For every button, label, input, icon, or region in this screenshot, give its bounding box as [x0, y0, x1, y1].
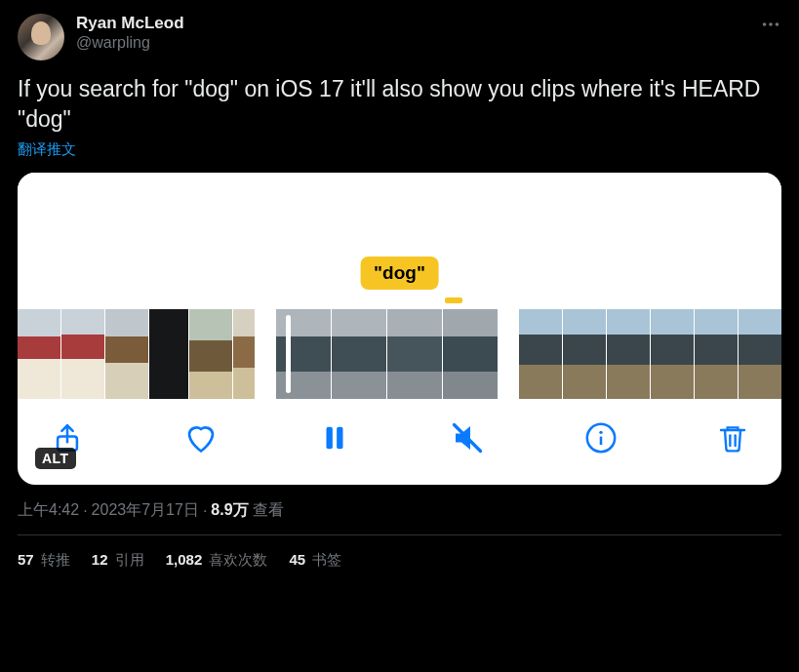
display-name[interactable]: Ryan McLeod: [76, 14, 184, 33]
likes-stat[interactable]: 1,082 喜欢次数: [166, 551, 268, 570]
alt-badge[interactable]: ALT: [35, 448, 76, 469]
more-options-button[interactable]: [760, 14, 781, 39]
media-top-area: "dog": [18, 173, 781, 309]
bookmarks-stat[interactable]: 45 书签: [289, 551, 341, 570]
svg-point-8: [599, 431, 602, 434]
media-card[interactable]: "dog": [18, 173, 781, 485]
quotes-stat[interactable]: 12 引用: [92, 551, 144, 570]
trash-icon[interactable]: [717, 422, 748, 454]
clip-frame: [18, 309, 60, 399]
stats-line: 57 转推 12 引用 1,082 喜欢次数 45 书签: [18, 535, 781, 570]
clip-frame: [61, 309, 104, 399]
translate-link[interactable]: 翻译推文: [18, 140, 76, 159]
clip-frame: [563, 309, 606, 399]
svg-point-2: [776, 22, 779, 26]
clip-frame: [739, 309, 781, 399]
post-time[interactable]: 上午4:42: [18, 500, 79, 521]
svg-point-0: [763, 22, 767, 26]
svg-rect-4: [326, 427, 332, 450]
clip-frame: [607, 309, 650, 399]
media-toolbar: [18, 399, 781, 485]
clip-frame: [443, 309, 498, 399]
clip-frame: [276, 309, 331, 399]
svg-point-1: [769, 22, 773, 26]
tweet-container: Ryan McLeod @warpling If you search for …: [0, 0, 799, 570]
clip-group[interactable]: [18, 309, 255, 399]
retweets-stat[interactable]: 57 转推: [18, 551, 70, 570]
avatar[interactable]: [18, 14, 64, 60]
mute-icon[interactable]: [450, 420, 485, 455]
clip-frame: [233, 309, 255, 399]
clip-frame: [189, 309, 232, 399]
clip-group[interactable]: [519, 309, 781, 399]
playhead-marker: [445, 297, 462, 303]
heart-icon[interactable]: [183, 420, 219, 455]
clip-frame: [695, 309, 738, 399]
handle[interactable]: @warpling: [76, 33, 184, 52]
clip-frame: [149, 309, 188, 399]
clip-frame: [105, 309, 148, 399]
pause-icon[interactable]: [318, 421, 351, 455]
clip-frame: [387, 309, 442, 399]
post-date[interactable]: 2023年7月17日: [92, 500, 199, 521]
user-block: Ryan McLeod @warpling: [76, 14, 184, 53]
clip-frame: [651, 309, 694, 399]
video-timeline[interactable]: [18, 309, 781, 399]
svg-rect-5: [337, 427, 342, 450]
clip-group[interactable]: [276, 309, 498, 399]
clip-frame: [519, 309, 562, 399]
views-label: 查看: [253, 500, 284, 521]
tweet-text: If you search for "dog" on iOS 17 it'll …: [18, 74, 781, 135]
info-icon[interactable]: [584, 421, 618, 455]
timestamp-line: 上午4:42 · 2023年7月17日 · 8.9万 查看: [18, 500, 781, 521]
views-count: 8.9万: [211, 500, 248, 521]
search-match-tag: "dog": [360, 257, 439, 290]
tweet-header: Ryan McLeod @warpling: [18, 14, 781, 60]
playhead-bar[interactable]: [286, 315, 291, 393]
clip-frame: [332, 309, 386, 399]
